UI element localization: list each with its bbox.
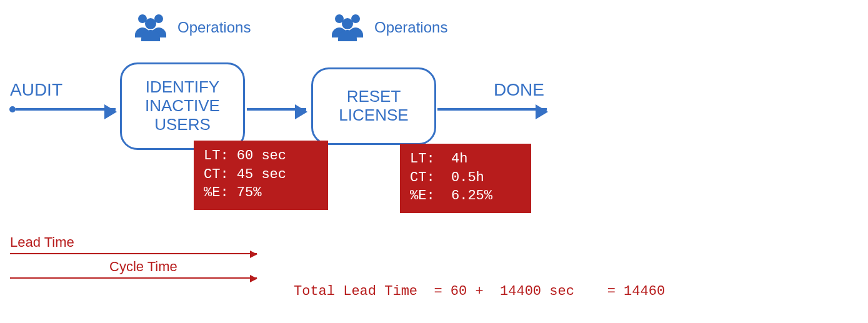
legend-cycle-arrow: [10, 277, 257, 279]
metric-lt: LT: 4h: [410, 150, 521, 169]
totals-block: Total Lead Time = 60 + 14400 sec = 14460…: [294, 244, 673, 323]
metric-ct: CT: 0.5h: [410, 169, 521, 187]
metrics-card-1: LT: 60 sec CT: 45 sec %E: 75%: [194, 141, 328, 210]
legend-cycle-label: Cycle Time: [109, 259, 177, 275]
process-node-title: IDENTIFY INACTIVE USERS: [145, 78, 220, 134]
role-header-2: Operations: [328, 11, 447, 44]
flow-end-label: DONE: [494, 80, 544, 100]
metric-pe: %E: 6.25%: [410, 187, 521, 206]
people-icon: [328, 11, 367, 44]
process-node-2: RESET LICENSE: [311, 67, 436, 145]
flow-start-dot: [9, 106, 16, 112]
flow-start-label: AUDIT: [10, 80, 62, 100]
flow-arrow-3: [437, 108, 547, 111]
people-icon: [131, 11, 170, 44]
metric-ct: CT: 45 sec: [204, 166, 318, 184]
legend-lead-arrow: [10, 253, 257, 254]
metric-pe: %E: 75%: [204, 184, 318, 202]
role-label: Operations: [177, 19, 251, 36]
process-node-1: IDENTIFY INACTIVE USERS: [120, 62, 245, 150]
process-node-title: RESET LICENSE: [339, 87, 408, 125]
metrics-card-2: LT: 4h CT: 0.5h %E: 6.25%: [400, 144, 531, 213]
totals-line-1: Total Lead Time = 60 + 14400 sec = 14460: [294, 282, 673, 302]
svg-point-5: [342, 18, 353, 29]
svg-point-2: [145, 18, 156, 29]
flow-arrow-2: [247, 108, 306, 111]
role-label: Operations: [374, 19, 447, 36]
legend-lead-label: Lead Time: [10, 234, 74, 251]
flow-arrow-1: [16, 108, 116, 111]
role-header-1: Operations: [131, 11, 251, 44]
metric-lt: LT: 60 sec: [204, 147, 318, 166]
